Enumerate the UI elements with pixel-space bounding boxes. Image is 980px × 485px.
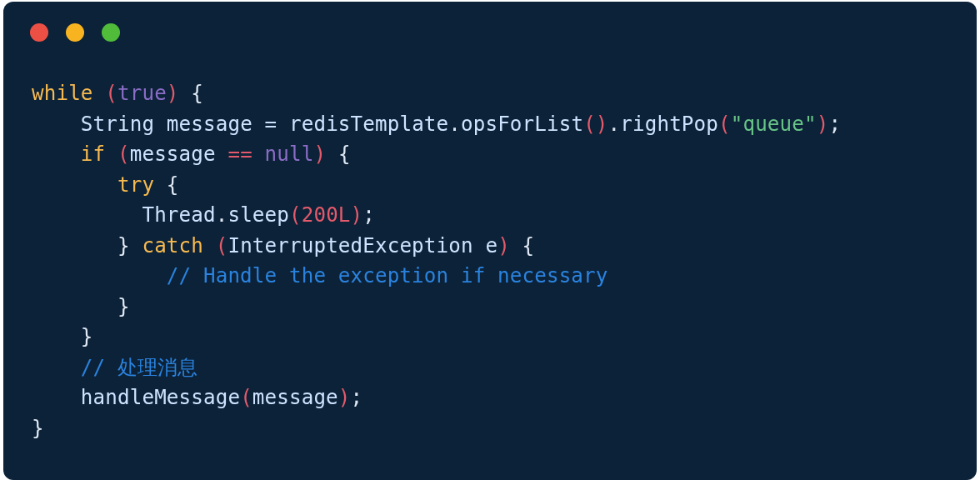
paren-open: ( <box>216 234 228 258</box>
traffic-light-minimize-icon[interactable] <box>66 23 84 42</box>
brace-open: { <box>167 173 179 197</box>
brace-open: { <box>191 82 203 105</box>
paren-close: ) <box>351 203 363 227</box>
paren-open: ( <box>240 386 252 409</box>
paren-open: ( <box>289 203 302 227</box>
paren-open: ( <box>583 112 596 136</box>
semicolon: ; <box>828 112 841 136</box>
comment-handle: // 处理消息 <box>81 356 198 379</box>
call-opsForList: opsForList <box>461 112 583 136</box>
traffic-light-zoom-icon[interactable] <box>102 23 120 42</box>
dot-op: . <box>608 112 621 136</box>
keyword-if: if <box>81 142 105 166</box>
var-e: e <box>485 234 498 258</box>
op-assign: = <box>265 112 278 136</box>
op-eqeq: == <box>228 142 252 166</box>
paren-close: ) <box>498 234 510 258</box>
keyword-while: while <box>32 82 93 105</box>
semicolon: ; <box>362 203 375 227</box>
semicolon: ; <box>351 386 363 409</box>
traffic-light-close-icon[interactable] <box>30 23 48 42</box>
code-block: while (true) { String message = redisTem… <box>3 42 977 443</box>
type-interrupted-exception: InterruptedException <box>228 234 472 258</box>
dot-op: . <box>448 112 461 136</box>
call-sleep: sleep <box>228 203 289 227</box>
var-message: message <box>252 386 338 409</box>
paren-close: ) <box>338 386 351 409</box>
paren-open: ( <box>118 142 130 166</box>
var-message: message <box>130 142 216 166</box>
keyword-try: try <box>118 173 154 197</box>
ident-thread: Thread <box>142 203 215 227</box>
string-queue: "queue" <box>731 112 817 136</box>
paren-close: ) <box>817 112 829 136</box>
call-rightPop: rightPop <box>620 112 718 136</box>
brace-close: } <box>118 295 130 318</box>
window-titlebar <box>3 2 977 42</box>
paren-close: ) <box>313 142 326 166</box>
brace-close: } <box>118 234 130 258</box>
code-window: while (true) { String message = redisTem… <box>3 2 977 480</box>
brace-close: } <box>32 417 44 440</box>
brace-open: { <box>338 142 351 166</box>
ident-redisTemplate: redisTemplate <box>289 112 448 136</box>
call-handleMessage: handleMessage <box>81 386 240 409</box>
type-string: String <box>81 112 154 136</box>
paren-open: ( <box>105 82 118 105</box>
paren-close: ) <box>167 82 179 105</box>
paren-close: ) <box>596 112 608 136</box>
var-message: message <box>167 112 252 136</box>
const-null: null <box>265 142 314 166</box>
const-true: true <box>118 82 167 105</box>
number-200L: 200L <box>302 203 351 227</box>
keyword-catch: catch <box>142 234 203 258</box>
brace-close: } <box>81 325 93 348</box>
comment-exception: // Handle the exception if necessary <box>167 264 608 288</box>
paren-open: ( <box>718 112 731 136</box>
brace-open: { <box>522 234 535 258</box>
dot-op: . <box>216 203 228 227</box>
